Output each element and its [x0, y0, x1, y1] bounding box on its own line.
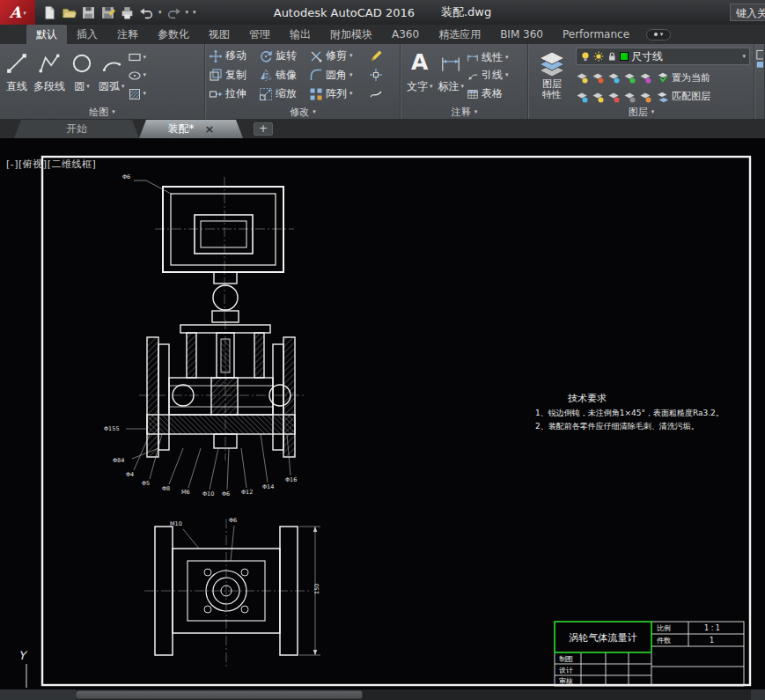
tab-manage[interactable]: 管理 — [239, 25, 280, 44]
tab-view[interactable]: 视图 — [199, 25, 239, 44]
close-tab-icon[interactable]: × — [205, 122, 215, 136]
open-file-button[interactable] — [62, 5, 77, 20]
array-button[interactable]: 阵列▾ — [309, 86, 369, 101]
svg-text:1: 1 — [710, 637, 714, 645]
chevron-down-icon: ▾ — [23, 10, 26, 16]
modify-panel-footer[interactable]: 修改▾ — [206, 105, 400, 119]
copy-button[interactable]: 复制 — [209, 68, 259, 83]
svg-text:1、锐边倒钝，未注倒角1×45°，表面粗糙度Ra3.2。: 1、锐边倒钝，未注倒角1×45°，表面粗糙度Ra3.2。 — [535, 409, 724, 417]
erase-icon — [369, 49, 383, 63]
svg-text:技术要求: 技术要求 — [568, 393, 607, 404]
tab-a360[interactable]: A360 — [382, 25, 429, 44]
annotation-panel-footer[interactable]: 注释▾ — [401, 105, 527, 119]
tab-insert[interactable]: 插入 — [67, 25, 107, 44]
redo-button[interactable] — [166, 5, 181, 20]
document-title: 装配.dwg — [441, 4, 491, 20]
draw-panel-footer[interactable]: 绘图▾ — [0, 105, 204, 119]
layer-tool-icon[interactable] — [576, 91, 588, 103]
undo-button[interactable] — [139, 5, 154, 20]
layer-tool-icon[interactable] — [592, 91, 604, 103]
hatch-tool-button[interactable]: ▾ — [128, 87, 147, 101]
stretch-button[interactable]: 拉伸 — [209, 86, 259, 101]
tab-parametric[interactable]: 参数化 — [148, 25, 199, 44]
layer-tool-icon[interactable] — [639, 91, 651, 103]
save-button[interactable] — [81, 5, 96, 20]
new-drawing-tab-button[interactable]: + — [254, 122, 273, 136]
block-panel-fragment — [754, 44, 765, 119]
rectangle-tool-button[interactable]: ▾ — [128, 50, 147, 64]
scrollbar-handle[interactable] — [76, 690, 363, 699]
tab-home[interactable]: 默认 — [26, 25, 67, 44]
qat-customize-icon[interactable]: ▾ — [193, 10, 196, 16]
layer-dropdown[interactable]: 尺寸线 ▾ — [576, 48, 750, 65]
chevron-down-icon: ▾ — [349, 91, 353, 97]
tab-bim360[interactable]: BIM 360 — [490, 25, 553, 44]
new-file-button[interactable] — [42, 5, 57, 20]
svg-text:审核: 审核 — [559, 677, 573, 685]
layer-tool-icon[interactable] — [576, 71, 588, 84]
undo-dropdown-icon[interactable]: ▾ — [158, 10, 162, 16]
ribbon-options-button[interactable]: ▾ — [646, 29, 671, 41]
ribbon: 直线 多段线 圆▾ 圆弧▾ ▾ ▾ ▾ 绘图▾ — [0, 44, 765, 119]
layer-tool-icon[interactable] — [592, 71, 604, 84]
layer-tool-icon[interactable] — [607, 91, 620, 103]
arc-button[interactable]: 圆弧▾ — [96, 47, 128, 105]
open-folder-icon — [62, 5, 77, 20]
drawing-viewport[interactable]: Φ6 — [0, 138, 765, 689]
text-button[interactable]: A 文字▾ — [404, 47, 436, 105]
linear-dim-button[interactable]: 线性▾ — [467, 50, 509, 65]
viewport-controls[interactable]: [-][俯视][二维线框] — [6, 158, 96, 171]
line-button[interactable]: 直线 — [3, 47, 31, 105]
svg-text:设计: 设计 — [559, 667, 573, 674]
svg-text:比例: 比例 — [657, 624, 671, 632]
circle-button[interactable]: 圆▾ — [68, 47, 96, 105]
fillet-button[interactable]: 圆角▾ — [309, 68, 369, 83]
chevron-down-icon: ▾ — [121, 84, 125, 90]
bulb-icon — [580, 51, 591, 62]
line-label: 直线 — [6, 79, 27, 94]
save-icon — [81, 5, 96, 20]
erase-button[interactable] — [369, 49, 390, 63]
match-layer-button[interactable]: 匹配图层 — [657, 90, 710, 103]
layer-tool-icon[interactable] — [639, 71, 651, 84]
explode-button[interactable] — [369, 68, 390, 82]
layer-properties-button[interactable]: 图层特性 — [532, 47, 572, 105]
dimension-button[interactable]: 标注▾ — [436, 47, 467, 105]
chevron-down-icon: ▾ — [651, 109, 655, 115]
svg-text:Φ12: Φ12 — [241, 489, 253, 496]
move-button[interactable]: 移动 — [209, 48, 259, 63]
layer-tool-icon[interactable] — [623, 91, 636, 103]
file-tab-start[interactable]: 开始 — [14, 120, 139, 138]
layers-panel: 图层特性 尺寸线 ▾ 置为当前 — [528, 44, 754, 119]
layers-panel-footer[interactable]: 图层▾ — [529, 105, 754, 119]
scale-button[interactable]: 缩放 — [259, 86, 309, 101]
chevron-down-icon: ▾ — [505, 72, 509, 78]
save-as-button[interactable] — [100, 5, 115, 20]
arc-label: 圆弧 — [99, 79, 120, 94]
tab-featured-apps[interactable]: 精选应用 — [429, 25, 490, 44]
horizontal-scrollbar[interactable] — [0, 689, 765, 700]
trim-button[interactable]: 修剪▾ — [309, 48, 369, 63]
mirror-button[interactable]: 镜像 — [259, 68, 309, 83]
tab-annotate[interactable]: 注释 — [107, 25, 148, 44]
new-file-icon — [42, 5, 57, 20]
drawing-area[interactable]: [-][俯视][二维线框] — [0, 138, 765, 689]
tab-performance[interactable]: Performance — [553, 25, 639, 44]
join-button[interactable] — [369, 87, 390, 101]
ellipse-tool-button[interactable]: ▾ — [128, 69, 147, 83]
tab-addins[interactable]: 附加模块 — [320, 25, 382, 44]
app-menu-button[interactable]: A▾ — [0, 0, 35, 25]
plot-button[interactable] — [120, 5, 135, 20]
table-button[interactable]: 表格 — [467, 86, 509, 101]
polyline-button[interactable]: 多段线 — [31, 47, 68, 105]
leader-button[interactable]: 引线▾ — [467, 68, 509, 83]
layer-tool-icon[interactable] — [607, 71, 620, 84]
redo-dropdown-icon[interactable]: ▾ — [186, 10, 189, 16]
rotate-button[interactable]: 旋转 — [259, 48, 309, 63]
layer-tool-icon[interactable] — [623, 71, 636, 84]
make-current-button[interactable]: 置为当前 — [657, 71, 710, 85]
infocenter-search-input[interactable]: 键入关 — [730, 4, 765, 21]
svg-text:1 : 1: 1 : 1 — [704, 624, 720, 632]
tab-output[interactable]: 输出 — [280, 25, 320, 44]
file-tab-document[interactable]: 装配* × — [139, 120, 243, 138]
